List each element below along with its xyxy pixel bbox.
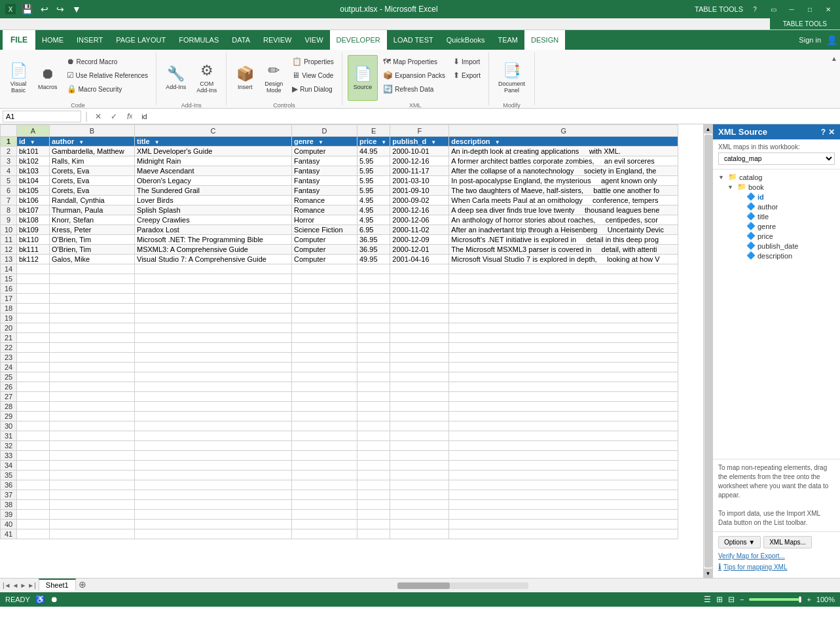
cancel-formula-btn[interactable]: ✕: [92, 110, 105, 123]
empty-cell[interactable]: [449, 520, 678, 529]
empty-cell[interactable]: [357, 529, 390, 539]
empty-cell[interactable]: [390, 510, 449, 520]
empty-cell[interactable]: [135, 313, 292, 323]
tree-toggle-catalog[interactable]: ▼: [718, 174, 726, 181]
empty-cell[interactable]: [292, 372, 357, 382]
row-header[interactable]: 33: [1, 451, 17, 461]
empty-cell[interactable]: [50, 304, 135, 313]
empty-cell[interactable]: [449, 372, 678, 382]
insert-function-btn[interactable]: fx: [123, 110, 136, 123]
source-btn[interactable]: 📄 Source: [348, 55, 378, 101]
cell-a2[interactable]: bk101: [17, 147, 50, 156]
empty-cell[interactable]: [449, 471, 678, 480]
row-header[interactable]: 18: [1, 304, 17, 313]
import-btn[interactable]: ⬇ Import: [450, 55, 483, 68]
empty-cell[interactable]: [357, 392, 390, 402]
cell-b11[interactable]: O'Brien, Tim: [50, 235, 135, 245]
empty-cell[interactable]: [135, 412, 292, 421]
empty-cell[interactable]: [50, 402, 135, 412]
cell-d6[interactable]: Fantasy: [292, 186, 357, 196]
name-box[interactable]: A1: [3, 111, 81, 122]
empty-cell[interactable]: [390, 451, 449, 461]
empty-cell[interactable]: [390, 304, 449, 313]
empty-cell[interactable]: [135, 284, 292, 294]
export-btn[interactable]: ⬆ Export: [450, 69, 483, 82]
empty-cell[interactable]: [292, 363, 357, 372]
empty-cell[interactable]: [390, 421, 449, 431]
empty-cell[interactable]: [357, 412, 390, 421]
empty-cell[interactable]: [292, 412, 357, 421]
cell-f9[interactable]: 2000-12-06: [390, 215, 449, 225]
empty-cell[interactable]: [357, 264, 390, 274]
empty-cell[interactable]: [292, 264, 357, 274]
empty-cell[interactable]: [357, 490, 390, 500]
col-header-b[interactable]: B: [50, 125, 135, 137]
empty-cell[interactable]: [390, 490, 449, 500]
empty-cell[interactable]: [50, 431, 135, 441]
empty-cell[interactable]: [357, 461, 390, 471]
row-header[interactable]: 23: [1, 353, 17, 363]
menu-design[interactable]: DESIGN: [524, 30, 565, 50]
row-header[interactable]: 28: [1, 402, 17, 412]
empty-cell[interactable]: [390, 480, 449, 490]
empty-cell[interactable]: [357, 372, 390, 382]
row-header-4[interactable]: 4: [1, 166, 17, 176]
empty-cell[interactable]: [357, 441, 390, 451]
header-publish-date[interactable]: publish_d ▼: [390, 137, 449, 147]
menu-review[interactable]: REVIEW: [257, 30, 298, 50]
cell-c6[interactable]: The Sundered Grail: [135, 186, 292, 196]
empty-cell[interactable]: [390, 431, 449, 441]
empty-cell[interactable]: [17, 363, 50, 372]
empty-cell[interactable]: [292, 392, 357, 402]
empty-cell[interactable]: [449, 441, 678, 451]
empty-cell[interactable]: [135, 461, 292, 471]
filter-description[interactable]: ▼: [494, 139, 502, 145]
cell-a8[interactable]: bk107: [17, 205, 50, 215]
cell-g7[interactable]: When Carla meets Paul at an ornithology …: [449, 196, 678, 205]
sheet-nav-next[interactable]: ►: [20, 582, 26, 589]
empty-cell[interactable]: [135, 372, 292, 382]
empty-cell[interactable]: [449, 313, 678, 323]
empty-cell[interactable]: [50, 520, 135, 529]
empty-cell[interactable]: [357, 294, 390, 304]
map-properties-btn[interactable]: 🗺 Map Properties: [380, 55, 448, 68]
tree-node-title[interactable]: 🔷 title: [737, 211, 835, 221]
accessibility-icon[interactable]: ♿: [35, 595, 45, 604]
cell-e12[interactable]: 36.95: [357, 245, 390, 255]
empty-cell[interactable]: [357, 520, 390, 529]
empty-cell[interactable]: [50, 510, 135, 520]
empty-cell[interactable]: [357, 471, 390, 480]
empty-cell[interactable]: [357, 323, 390, 333]
cell-c10[interactable]: Paradox Lost: [135, 225, 292, 235]
empty-cell[interactable]: [449, 343, 678, 353]
empty-cell[interactable]: [357, 500, 390, 510]
cell-c11[interactable]: Microsoft .NET: The Programming Bible: [135, 235, 292, 245]
close-btn[interactable]: ✕: [822, 3, 835, 16]
empty-cell[interactable]: [357, 353, 390, 363]
empty-cell[interactable]: [17, 441, 50, 451]
menu-page-layout[interactable]: PAGE LAYOUT: [109, 30, 172, 50]
row-header[interactable]: 29: [1, 412, 17, 421]
empty-cell[interactable]: [17, 333, 50, 343]
empty-cell[interactable]: [292, 274, 357, 284]
menu-developer[interactable]: DEVELOPER: [330, 30, 387, 50]
cell-e13[interactable]: 49.95: [357, 255, 390, 264]
empty-cell[interactable]: [135, 323, 292, 333]
empty-cell[interactable]: [17, 490, 50, 500]
row-header-2[interactable]: 2: [1, 147, 17, 156]
empty-cell[interactable]: [135, 392, 292, 402]
cell-g2[interactable]: An in-depth look at creating application…: [449, 147, 678, 156]
empty-cell[interactable]: [292, 529, 357, 539]
header-author[interactable]: author ▼: [50, 137, 135, 147]
empty-cell[interactable]: [50, 500, 135, 510]
cell-a5[interactable]: bk104: [17, 176, 50, 186]
cell-g4[interactable]: After the collapse of a nanotechnology s…: [449, 166, 678, 176]
empty-cell[interactable]: [390, 294, 449, 304]
row-header[interactable]: 39: [1, 510, 17, 520]
cell-d9[interactable]: Horror: [292, 215, 357, 225]
empty-cell[interactable]: [390, 529, 449, 539]
empty-cell[interactable]: [390, 363, 449, 372]
empty-cell[interactable]: [449, 500, 678, 510]
cell-d4[interactable]: Fantasy: [292, 166, 357, 176]
cell-b2[interactable]: Gambardella, Matthew: [50, 147, 135, 156]
